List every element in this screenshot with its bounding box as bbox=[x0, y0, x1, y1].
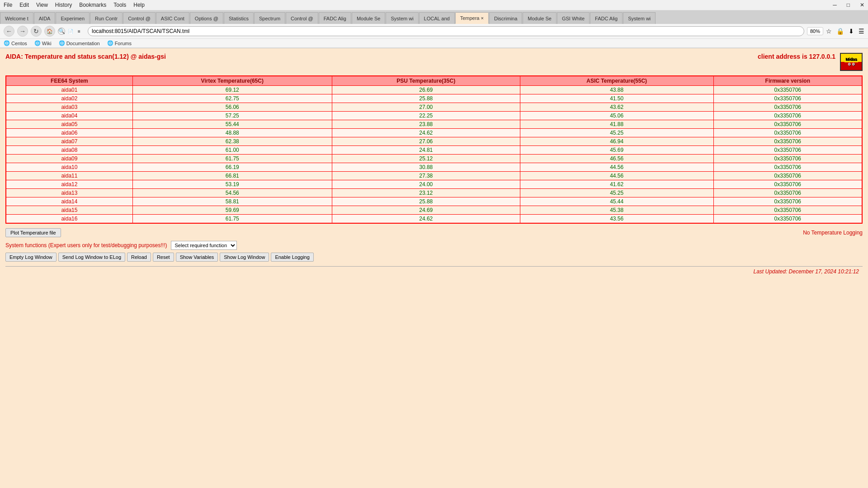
table-row: aida1354.5623.1245.250x3350706 bbox=[6, 189, 862, 197]
bookmark-centos[interactable]: 🌐 Centos bbox=[4, 40, 27, 46]
menu-edit[interactable]: Edit bbox=[19, 2, 29, 8]
cell-psu-temp: 25.88 bbox=[332, 94, 520, 103]
menu-file[interactable]: File bbox=[4, 2, 12, 8]
forums-globe-icon: 🌐 bbox=[107, 40, 113, 46]
tab-run-control[interactable]: Run Contr bbox=[90, 12, 123, 24]
reader-mode-icon[interactable]: ≡ bbox=[78, 29, 85, 34]
col-header-firmware: Firmware version bbox=[713, 76, 862, 86]
cell-asic-temp: 45.38 bbox=[520, 206, 713, 215]
extensions-icon[interactable]: 🔒 bbox=[836, 28, 844, 35]
tab-discrimina[interactable]: Discrimina bbox=[489, 12, 522, 24]
cell-virtex-temp: 62.38 bbox=[132, 137, 332, 146]
tab-control2[interactable]: Control @ bbox=[286, 12, 318, 24]
browser-chrome: File Edit View History Bookmarks Tools H… bbox=[0, 0, 868, 48]
cell-psu-temp: 24.81 bbox=[332, 146, 520, 155]
cell-system: aida15 bbox=[6, 206, 132, 215]
table-row: aida1661.7524.6243.560x3350706 bbox=[6, 215, 862, 224]
cell-psu-temp: 24.00 bbox=[332, 180, 520, 189]
tab-gsi-white[interactable]: GSI White bbox=[557, 12, 590, 24]
cell-firmware: 0x3350706 bbox=[713, 146, 862, 155]
plot-temperature-button[interactable]: Plot Temperature file bbox=[5, 228, 61, 237]
cell-psu-temp: 24.62 bbox=[332, 129, 520, 137]
table-row: aida0861.0024.8145.690x3350706 bbox=[6, 146, 862, 155]
tab-aida[interactable]: AIDA bbox=[34, 12, 56, 24]
menu-bar: File Edit View History Bookmarks Tools H… bbox=[0, 0, 868, 10]
tab-system-wi2[interactable]: System wi bbox=[623, 12, 656, 24]
table-row: aida0356.0627.0043.620x3350706 bbox=[6, 103, 862, 112]
forward-button[interactable]: → bbox=[17, 26, 28, 37]
cell-system: aida12 bbox=[6, 180, 132, 189]
back-button[interactable]: ← bbox=[4, 26, 14, 37]
window-minimize[interactable]: ─ bbox=[833, 2, 837, 8]
menu-tools[interactable]: Tools bbox=[113, 2, 126, 8]
menu-icon[interactable]: ☰ bbox=[859, 28, 864, 35]
send-log-button[interactable]: Send Log Window to ELog bbox=[58, 253, 125, 262]
url-input[interactable] bbox=[88, 26, 804, 36]
tab-control1[interactable]: Control @ bbox=[123, 12, 156, 24]
tab-experiment[interactable]: Experimen bbox=[56, 12, 90, 24]
cell-firmware: 0x3350706 bbox=[713, 94, 862, 103]
centos-globe-icon: 🌐 bbox=[4, 40, 10, 46]
tab-system-wi1[interactable]: System wi bbox=[386, 12, 418, 24]
window-close[interactable]: ✕ bbox=[860, 2, 864, 8]
show-variables-button[interactable]: Show Variables bbox=[176, 253, 218, 262]
reset-button[interactable]: Reset bbox=[153, 253, 174, 262]
tab-statistics[interactable]: Statistics bbox=[224, 12, 254, 24]
window-maximize[interactable]: □ bbox=[847, 2, 850, 8]
cell-system: aida05 bbox=[6, 120, 132, 129]
cell-system: aida06 bbox=[6, 129, 132, 137]
tab-welcome[interactable]: Welcome t bbox=[0, 12, 33, 24]
action-row: Plot Temperature file No Temperature Log… bbox=[5, 228, 863, 237]
cell-psu-temp: 27.00 bbox=[332, 103, 520, 112]
bookmark-page-icon[interactable]: 📄 bbox=[68, 29, 75, 34]
cell-psu-temp: 30.88 bbox=[332, 163, 520, 172]
table-row: aida1166.8127.3844.560x3350706 bbox=[6, 172, 862, 180]
cell-system: aida04 bbox=[6, 112, 132, 120]
cell-virtex-temp: 48.88 bbox=[132, 129, 332, 137]
tab-fadc-align2[interactable]: FADC Alig bbox=[590, 12, 623, 24]
empty-log-button[interactable]: Empty Log Window bbox=[5, 253, 57, 262]
tab-spectrum[interactable]: Spectrum bbox=[254, 12, 285, 24]
tab-module-se2[interactable]: Module Se bbox=[523, 12, 557, 24]
tab-module-se1[interactable]: Module Se bbox=[352, 12, 386, 24]
cell-psu-temp: 27.06 bbox=[332, 137, 520, 146]
cell-firmware: 0x3350706 bbox=[713, 137, 862, 146]
tab-temperature[interactable]: Tempera × bbox=[455, 12, 489, 24]
cell-virtex-temp: 57.25 bbox=[132, 112, 332, 120]
tab-asic-control[interactable]: ASIC Cont bbox=[156, 12, 189, 24]
tab-fadc-align1[interactable]: FADC Alig bbox=[319, 12, 351, 24]
table-row: aida1066.1930.8844.560x3350706 bbox=[6, 163, 862, 172]
zoom-level[interactable]: 80% bbox=[807, 27, 823, 35]
select-function-dropdown[interactable]: Select required function bbox=[171, 241, 237, 250]
menu-bookmarks[interactable]: Bookmarks bbox=[79, 2, 106, 8]
table-row: aida0169.1226.6943.880x3350706 bbox=[6, 86, 862, 94]
home-button[interactable]: 🏠 bbox=[44, 26, 55, 37]
table-row: aida1458.8125.8845.440x3350706 bbox=[6, 197, 862, 206]
cell-firmware: 0x3350706 bbox=[713, 189, 862, 197]
reload-page-button[interactable]: Reload bbox=[127, 253, 151, 262]
menu-view[interactable]: View bbox=[36, 2, 48, 8]
cell-firmware: 0x3350706 bbox=[713, 180, 862, 189]
reload-button[interactable]: ↻ bbox=[31, 26, 42, 37]
col-header-system: FEE64 System bbox=[6, 76, 132, 86]
bookmark-wiki[interactable]: 🌐 Wiki bbox=[34, 40, 52, 46]
download-icon[interactable]: ⬇ bbox=[849, 28, 854, 35]
cell-psu-temp: 24.69 bbox=[332, 206, 520, 215]
cell-psu-temp: 27.38 bbox=[332, 172, 520, 180]
cell-asic-temp: 45.25 bbox=[520, 129, 713, 137]
enable-logging-button[interactable]: Enable Logging bbox=[271, 253, 313, 262]
bookmark-forums[interactable]: 🌐 Forums bbox=[107, 40, 132, 46]
system-functions-row: System functions (Expert users only for … bbox=[5, 241, 863, 250]
bookmark-documentation[interactable]: 🌐 Documentation bbox=[59, 40, 100, 46]
tab-local-and[interactable]: LOCAL and bbox=[419, 12, 455, 24]
tab-options[interactable]: Options @ bbox=[190, 12, 223, 24]
cell-firmware: 0x3350706 bbox=[713, 129, 862, 137]
menu-history[interactable]: History bbox=[55, 2, 72, 8]
menu-help[interactable]: Help bbox=[133, 2, 145, 8]
cell-system: aida09 bbox=[6, 155, 132, 163]
show-log-button[interactable]: Show Log Window bbox=[220, 253, 269, 262]
cell-system: aida16 bbox=[6, 215, 132, 224]
bookmark-star[interactable]: ☆ bbox=[826, 28, 832, 35]
cell-virtex-temp: 62.75 bbox=[132, 94, 332, 103]
cell-virtex-temp: 66.19 bbox=[132, 163, 332, 172]
